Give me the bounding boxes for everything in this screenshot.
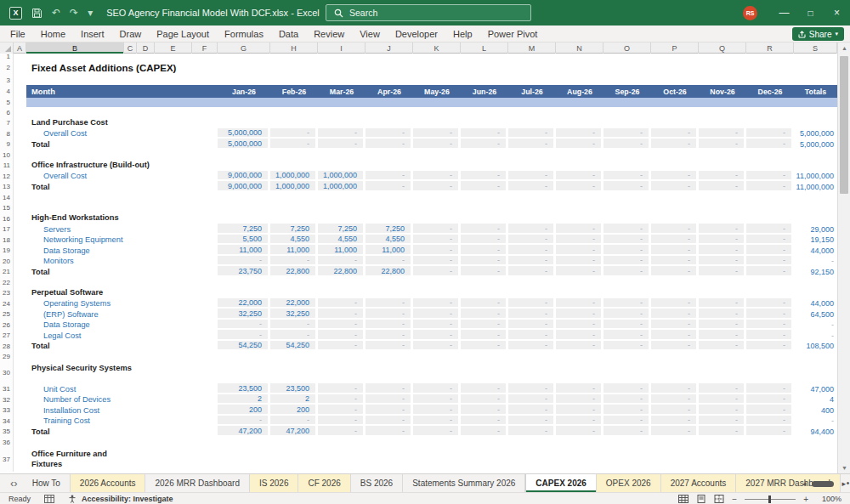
cell[interactable]: 47,200 (270, 426, 318, 437)
redo-icon[interactable]: ↷ (70, 7, 78, 19)
cell[interactable]: - (651, 394, 699, 405)
zoom-in-button[interactable]: + (803, 495, 808, 504)
cell[interactable]: - (270, 256, 318, 266)
cell[interactable]: - (508, 330, 556, 341)
cell[interactable]: - (366, 383, 413, 394)
sheet-tab-is-2026[interactable]: IS 2026 (250, 474, 298, 492)
ribbon-tab-view[interactable]: View (352, 25, 388, 42)
row-number-9[interactable]: 9 (0, 139, 14, 150)
cell[interactable]: - (508, 309, 556, 320)
cell[interactable]: - (699, 320, 746, 330)
cell[interactable]: 54,250 (270, 341, 318, 351)
cell[interactable]: - (746, 256, 794, 266)
cell[interactable]: 200 (218, 405, 270, 416)
cell[interactable]: 11,000 (270, 245, 318, 256)
cell[interactable]: - (556, 405, 604, 416)
cell[interactable]: 5,000,000 (794, 139, 837, 150)
row-label[interactable]: Operating Systems (14, 298, 218, 309)
cell[interactable]: - (746, 245, 794, 256)
cell[interactable]: - (651, 256, 699, 266)
cell[interactable]: - (461, 171, 508, 181)
cell[interactable]: - (604, 426, 651, 437)
cell[interactable]: - (508, 181, 556, 192)
cell[interactable]: - (746, 298, 794, 309)
row-number-27[interactable]: 27 (0, 330, 14, 341)
ribbon-tab-page-layout[interactable]: Page Layout (149, 25, 217, 42)
cell[interactable]: - (746, 330, 794, 341)
cell[interactable]: - (699, 394, 746, 405)
cell[interactable]: 5,500 (218, 235, 270, 245)
cell[interactable]: - (461, 416, 508, 426)
cell[interactable]: 1,000,000 (318, 171, 366, 181)
cell[interactable]: 4 (794, 394, 837, 405)
cell[interactable]: - (651, 426, 699, 437)
cell[interactable]: 44,000 (794, 245, 837, 256)
row-number-20[interactable]: 20 (0, 256, 14, 266)
cell[interactable]: - (318, 394, 366, 405)
row-number-17[interactable]: 17 (0, 224, 14, 235)
cell[interactable]: - (318, 128, 366, 139)
row-number-7[interactable]: 7 (0, 117, 14, 128)
row-label[interactable]: Installation Cost (14, 405, 218, 416)
cell[interactable]: - (508, 298, 556, 309)
cell[interactable]: - (318, 320, 366, 330)
cell[interactable]: - (318, 426, 366, 437)
cell[interactable]: - (651, 320, 699, 330)
cell[interactable]: 47,000 (794, 383, 837, 394)
cell[interactable]: - (604, 298, 651, 309)
column-header-e[interactable]: E (155, 42, 192, 54)
cell[interactable]: - (366, 416, 413, 426)
cell[interactable]: - (604, 256, 651, 266)
cell[interactable]: - (746, 426, 794, 437)
cell[interactable]: - (461, 309, 508, 320)
ribbon-tab-developer[interactable]: Developer (388, 25, 445, 42)
column-header-r[interactable]: R (746, 42, 794, 54)
cell[interactable]: - (746, 139, 794, 150)
cell[interactable]: - (508, 426, 556, 437)
cell[interactable]: - (746, 266, 794, 277)
cell[interactable]: - (461, 341, 508, 351)
cell[interactable]: 11,000 (366, 245, 413, 256)
horizontal-scrollbar[interactable]: ◂ ▸ (802, 474, 846, 493)
share-button[interactable]: Share ▾ (792, 27, 844, 41)
cell[interactable]: - (699, 416, 746, 426)
cell[interactable]: - (270, 320, 318, 330)
row-label[interactable]: Overall Cost (14, 128, 218, 139)
row-number-3[interactable]: 3 (0, 76, 14, 85)
cell[interactable]: - (366, 128, 413, 139)
cell[interactable]: - (508, 139, 556, 150)
cell[interactable]: 4,550 (366, 235, 413, 245)
cell[interactable]: 5,000,000 (218, 128, 270, 139)
cell[interactable]: 4,550 (270, 235, 318, 245)
cell[interactable]: - (604, 224, 651, 235)
row-label[interactable]: Total (14, 181, 218, 192)
cell[interactable]: - (651, 309, 699, 320)
cell[interactable]: - (556, 383, 604, 394)
cell[interactable]: 9,000,000 (218, 181, 270, 192)
cell[interactable]: 7,250 (366, 224, 413, 235)
row-label[interactable]: Monitors (14, 256, 218, 266)
cell[interactable]: - (651, 330, 699, 341)
cell[interactable]: - (218, 330, 270, 341)
cell[interactable]: 1,000,000 (270, 171, 318, 181)
cell[interactable]: - (556, 245, 604, 256)
cell[interactable] (14, 98, 26, 107)
cell[interactable]: - (366, 171, 413, 181)
row-number-30[interactable]: 30 (0, 362, 14, 383)
cell[interactable]: - (461, 245, 508, 256)
cell[interactable]: - (746, 171, 794, 181)
cell[interactable]: - (699, 405, 746, 416)
cell[interactable]: - (699, 341, 746, 351)
cell[interactable]: - (604, 235, 651, 245)
zoom-level[interactable]: 100% (816, 495, 842, 503)
cell[interactable]: - (556, 330, 604, 341)
cell[interactable]: 7,250 (318, 224, 366, 235)
zoom-slider-thumb[interactable] (768, 496, 771, 503)
row-number-5[interactable]: 5 (0, 98, 14, 107)
cell[interactable]: 1,000,000 (318, 181, 366, 192)
cell[interactable]: - (318, 139, 366, 150)
cell[interactable]: - (556, 224, 604, 235)
cell[interactable]: - (604, 181, 651, 192)
cell[interactable]: 5,000,000 (794, 128, 837, 139)
cell[interactable]: - (508, 224, 556, 235)
